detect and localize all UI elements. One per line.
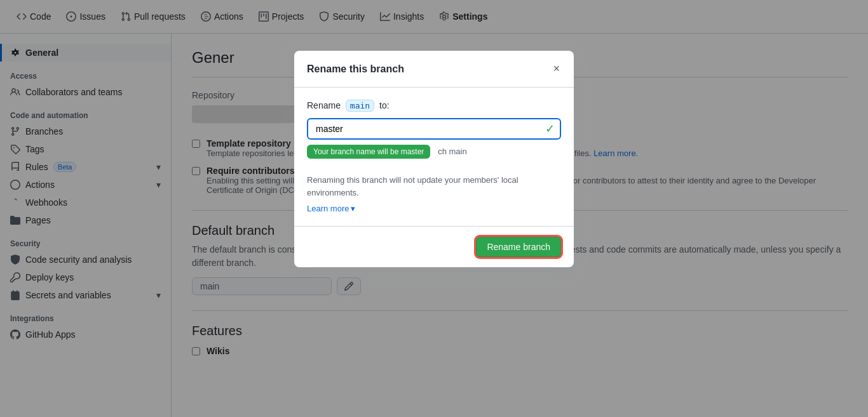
branch-tooltip: Your branch name will be master	[307, 145, 430, 159]
modal-header: Rename this branch ×	[294, 51, 574, 88]
rename-input-wrapper: ✓	[307, 118, 561, 140]
rename-notice: Renaming this branch will not update you…	[307, 174, 561, 199]
modal-footer: Rename branch	[294, 226, 574, 267]
branch-tag: main	[346, 100, 374, 112]
chevron-down-icon: ▾	[351, 204, 355, 213]
modal-title: Rename this branch	[307, 63, 404, 75]
modal-close-button[interactable]: ×	[552, 61, 561, 77]
tooltip-wrapper: Your branch name will be master ch main	[307, 145, 561, 166]
rename-label: Rename main to:	[307, 100, 561, 110]
check-icon: ✓	[545, 122, 555, 136]
branch-context: ch main	[438, 147, 467, 156]
rename-branch-input[interactable]	[307, 118, 561, 140]
rename-branch-button[interactable]: Rename branch	[476, 237, 561, 257]
modal-body: Rename main to: ✓ Your branch name will …	[294, 88, 574, 226]
modal-overlay: Rename this branch × Rename main to: ✓ Y…	[0, 0, 868, 417]
rename-branch-modal: Rename this branch × Rename main to: ✓ Y…	[294, 51, 574, 267]
learn-more-label: Learn more	[307, 204, 349, 213]
rename-suffix: to:	[379, 100, 390, 110]
learn-more-link[interactable]: Learn more ▾	[307, 204, 561, 213]
rename-prefix: Rename	[307, 100, 341, 110]
